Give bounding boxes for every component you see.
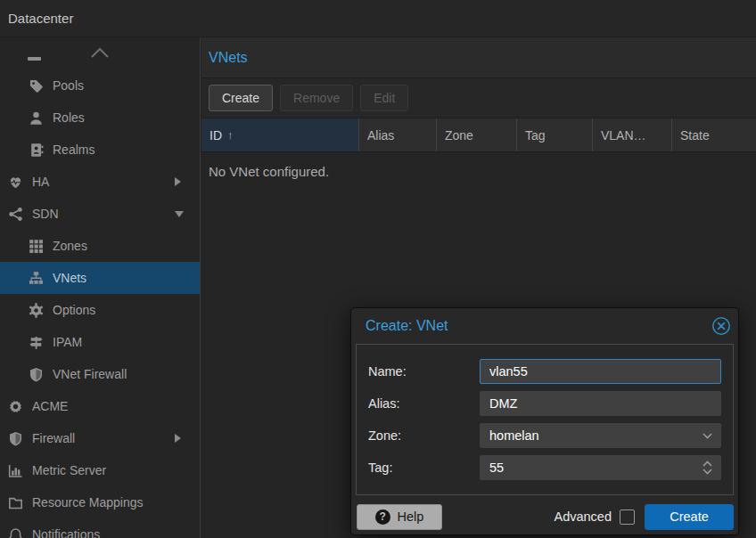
zone-field[interactable]: homelan xyxy=(480,423,721,448)
sidebar-item-acme[interactable]: ACME xyxy=(0,390,200,422)
sidebar-item-vnet-firewall[interactable]: VNet Firewall xyxy=(0,358,200,390)
table-header-row: ID↑AliasZoneTagVLAN…State xyxy=(201,118,756,152)
sidebar-item-label: IPAM xyxy=(53,335,82,349)
partial-icon-fragment xyxy=(28,57,41,61)
dialog-title: Create: VNet xyxy=(351,318,448,334)
sidebar-item-label: Notifications xyxy=(32,527,100,538)
field-label: Tag: xyxy=(368,461,480,475)
question-circle-icon: ? xyxy=(375,509,390,525)
sidebar-item-label: Options xyxy=(53,303,95,317)
form-row: Zone:homelan xyxy=(368,423,721,448)
sidebar-nav: PoolsRolesRealmsHASDNZonesVNetsOptionsIP… xyxy=(0,37,201,538)
tag-icon xyxy=(29,78,44,94)
shield-icon xyxy=(8,431,23,446)
column-header-label: Tag xyxy=(525,128,546,143)
heartbeat-icon xyxy=(8,175,23,190)
column-header-state[interactable]: State xyxy=(672,118,756,151)
bell-icon xyxy=(8,527,23,538)
sidebar-item-label: Zones xyxy=(53,239,87,253)
field-label: Alias: xyxy=(368,396,480,411)
column-header-id[interactable]: ID↑ xyxy=(201,118,359,151)
sidebar-item-resource-mappings[interactable]: Resource Mappings xyxy=(0,486,200,518)
field-value: 55 xyxy=(489,461,504,475)
column-header-alias[interactable]: Alias xyxy=(359,118,437,151)
chevron-down-icon[interactable] xyxy=(175,211,184,217)
sidebar-item-label: Realms xyxy=(53,143,94,157)
sidebar-item-options[interactable]: Options xyxy=(0,294,200,326)
sidebar-item-label: Firewall xyxy=(32,431,75,445)
help-button[interactable]: ? Help xyxy=(357,504,442,530)
sidebar-item-zones[interactable]: Zones xyxy=(0,230,200,262)
create-vnet-dialog: Create: VNet Name:vlan55Alias:DMZZone:ho… xyxy=(350,307,739,535)
shield-icon xyxy=(29,367,44,382)
panel-header: VNets xyxy=(201,37,756,78)
field-value: homelan xyxy=(489,428,539,443)
sidebar-item-label: VNet Firewall xyxy=(53,367,127,381)
dialog-create-button[interactable]: Create xyxy=(645,504,734,530)
column-header-label: Zone xyxy=(445,128,473,143)
bar-chart-icon xyxy=(8,463,23,478)
name-field[interactable]: vlan55 xyxy=(480,359,721,384)
sidebar-item-roles[interactable]: Roles xyxy=(0,102,200,134)
remove-button: Remove xyxy=(280,85,353,111)
sidebar-item-label: VNets xyxy=(53,271,86,285)
sitemap-icon xyxy=(29,271,44,286)
advanced-label: Advanced xyxy=(555,509,612,524)
alias-field[interactable]: DMZ xyxy=(480,391,721,416)
sidebar-item-label: SDN xyxy=(32,207,59,221)
sidebar-item-firewall[interactable]: Firewall xyxy=(0,422,200,454)
user-icon xyxy=(29,110,44,126)
column-header-label: VLAN… xyxy=(601,128,646,143)
sidebar-item-ha[interactable]: HA xyxy=(0,166,200,198)
column-header-label: Alias xyxy=(367,128,394,143)
folder-icon xyxy=(8,495,23,510)
sidebar-item-label: ACME xyxy=(32,399,68,413)
create-button[interactable]: Create xyxy=(209,85,273,111)
form-row: Name:vlan55 xyxy=(368,359,721,384)
column-header-zone[interactable]: Zone xyxy=(437,118,517,151)
column-header-vlan[interactable]: VLAN… xyxy=(593,118,672,151)
help-button-label: Help xyxy=(398,509,424,524)
panel-title: VNets xyxy=(201,50,248,66)
certificate-icon xyxy=(8,399,23,414)
advanced-checkbox[interactable] xyxy=(620,509,635,525)
chevron-right-icon[interactable] xyxy=(175,177,181,186)
map-signs-icon xyxy=(29,335,44,350)
field-value: vlan55 xyxy=(489,364,528,379)
column-header-tag[interactable]: Tag xyxy=(517,118,593,151)
page-title: Datacenter xyxy=(0,11,73,26)
field-label: Name: xyxy=(368,364,480,379)
chevron-down-icon[interactable] xyxy=(703,433,712,439)
share-nodes-icon xyxy=(8,207,23,222)
sort-ascending-icon: ↑ xyxy=(227,128,234,142)
sidebar-item-notifications[interactable]: Notifications xyxy=(0,518,200,538)
chevron-right-icon[interactable] xyxy=(175,434,181,443)
sidebar-item-vnets[interactable]: VNets xyxy=(0,262,200,294)
column-header-label: ID xyxy=(210,128,222,143)
edit-button: Edit xyxy=(360,85,408,111)
gear-icon xyxy=(29,303,44,318)
toolbar: Create Remove Edit xyxy=(201,78,756,118)
sidebar-item-ipam[interactable]: IPAM xyxy=(0,326,200,358)
close-icon[interactable] xyxy=(711,316,731,336)
tag-field[interactable]: 55 xyxy=(480,455,721,480)
sidebar-item-label: Pools xyxy=(53,78,84,93)
grid-icon xyxy=(29,239,44,254)
field-value: DMZ xyxy=(489,396,517,411)
sidebar-item-pools[interactable]: Pools xyxy=(0,69,200,102)
sidebar-item-label: HA xyxy=(32,175,49,189)
dialog-footer: ? Help Advanced Create xyxy=(351,499,738,534)
dialog-header[interactable]: Create: VNet xyxy=(351,308,738,344)
proxmox-datacenter-app: Datacenter PoolsRolesRealmsHASDNZonesVNe… xyxy=(0,0,756,538)
sidebar-item-label: Metric Server xyxy=(32,463,106,477)
top-bar: Datacenter xyxy=(0,0,756,37)
sidebar-item-sdn[interactable]: SDN xyxy=(0,198,200,230)
form-row: Tag:55 xyxy=(368,455,721,480)
table-empty-text: No VNet configured. xyxy=(201,152,756,179)
spinner-arrows-icon[interactable] xyxy=(703,461,712,475)
sidebar-item-partial[interactable] xyxy=(0,37,200,69)
sidebar-item-metric-server[interactable]: Metric Server xyxy=(0,454,200,486)
sidebar-item-label: Roles xyxy=(53,110,85,125)
sidebar-item-realms[interactable]: Realms xyxy=(0,134,200,166)
form-row: Alias:DMZ xyxy=(368,391,721,416)
